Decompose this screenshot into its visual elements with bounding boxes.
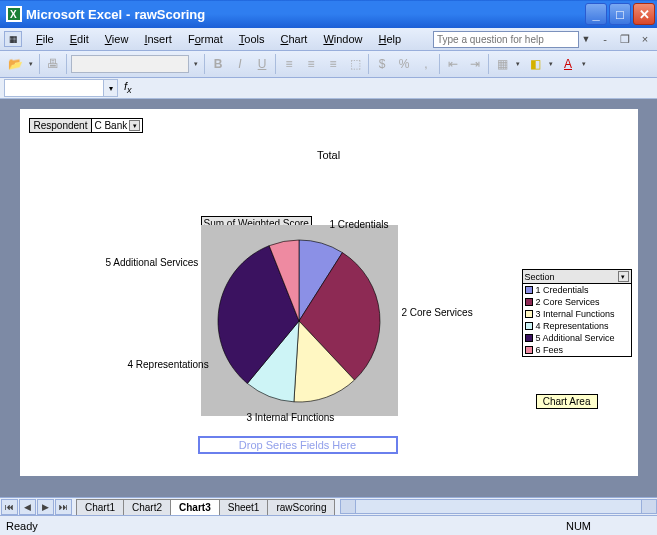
legend-swatch: [525, 286, 533, 294]
percent-icon[interactable]: %: [393, 53, 415, 75]
plot-area[interactable]: [201, 225, 398, 416]
font-color-icon[interactable]: A: [557, 53, 579, 75]
align-left-icon[interactable]: ≡: [278, 53, 300, 75]
menu-insert[interactable]: Insert: [136, 33, 180, 45]
legend-label: 2 Core Services: [536, 297, 600, 307]
help-search-input[interactable]: [433, 31, 579, 48]
app-name: Microsoft Excel: [26, 7, 122, 22]
borders-icon[interactable]: ▦: [491, 53, 513, 75]
legend-header[interactable]: Section ▾: [523, 270, 631, 284]
tab-chart1[interactable]: Chart1: [76, 499, 124, 515]
open-dropdown-icon[interactable]: ▾: [26, 60, 35, 68]
menu-window[interactable]: Window: [315, 33, 370, 45]
sheet-tab-bar: ⏮ ◀ ▶ ⏭ Chart1 Chart2 Chart3 Sheet1 rawS…: [0, 497, 657, 515]
italic-icon[interactable]: I: [229, 53, 251, 75]
status-bar: Ready NUM: [0, 515, 657, 535]
legend-dropdown-icon[interactable]: ▾: [618, 271, 629, 282]
legend-item[interactable]: 3 Internal Functions: [523, 308, 631, 320]
slice-label-2: 2 Core Services: [402, 307, 473, 318]
fill-color-icon[interactable]: ◧: [524, 53, 546, 75]
print-icon[interactable]: 🖶: [42, 53, 64, 75]
doc-name: rawScoring: [134, 7, 205, 22]
standard-toolbar: 📂▾ 🖶 ▾ B I U ≡ ≡ ≡ ⬚ $ % , ⇤ ⇥ ▦▾ ◧▾ A▾: [0, 51, 657, 78]
legend-label: 5 Additional Service: [536, 333, 615, 343]
menu-tools[interactable]: Tools: [231, 33, 273, 45]
legend-item[interactable]: 1 Credentials: [523, 284, 631, 296]
pivot-filter-label: Respondent: [29, 118, 93, 133]
workbook-close-button[interactable]: ×: [637, 32, 653, 46]
excel-icon: X: [6, 6, 22, 22]
slice-label-5: 5 Additional Services: [106, 257, 199, 268]
tab-nav-prev-icon[interactable]: ◀: [19, 499, 36, 515]
currency-icon[interactable]: $: [371, 53, 393, 75]
align-center-icon[interactable]: ≡: [300, 53, 322, 75]
name-box[interactable]: [4, 79, 104, 97]
font-dropdown-icon[interactable]: ▾: [191, 60, 200, 68]
menu-chart[interactable]: Chart: [272, 33, 315, 45]
formula-bar: ▾ fx: [0, 78, 657, 99]
increase-indent-icon[interactable]: ⇥: [464, 53, 486, 75]
name-box-dropdown-icon[interactable]: ▾: [104, 79, 118, 97]
tab-nav-first-icon[interactable]: ⏮: [1, 499, 18, 515]
window-title-bar: X Microsoft Excel - rawScoring _ □ ✕: [0, 0, 657, 28]
pie-chart[interactable]: [209, 231, 389, 411]
legend-swatch: [525, 334, 533, 342]
bold-icon[interactable]: B: [207, 53, 229, 75]
legend-label: 6 Fees: [536, 345, 564, 355]
open-icon[interactable]: 📂: [4, 53, 26, 75]
decrease-indent-icon[interactable]: ⇤: [442, 53, 464, 75]
horizontal-scrollbar[interactable]: [340, 499, 657, 514]
legend-item[interactable]: 2 Core Services: [523, 296, 631, 308]
drop-series-zone[interactable]: Drop Series Fields Here: [198, 436, 398, 454]
legend-swatch: [525, 322, 533, 330]
chart-sheet[interactable]: Respondent C Bank ▾ Total Sum of Weighte…: [20, 109, 638, 476]
tab-sheet1[interactable]: Sheet1: [219, 499, 269, 515]
slice-label-3: 3 Internal Functions: [247, 412, 335, 423]
help-dropdown-icon[interactable]: ▼: [579, 31, 593, 48]
tab-chart3[interactable]: Chart3: [170, 499, 220, 515]
window-maximize-button[interactable]: □: [609, 3, 631, 25]
menu-help[interactable]: Help: [371, 33, 410, 45]
fill-dropdown-icon[interactable]: ▾: [546, 60, 555, 68]
window-minimize-button[interactable]: _: [585, 3, 607, 25]
status-ready: Ready: [6, 520, 38, 532]
menu-view[interactable]: View: [97, 33, 137, 45]
slice-label-1: 1 Credentials: [330, 219, 389, 230]
pivot-page-field: Respondent C Bank ▾: [29, 118, 144, 133]
pivot-filter-value[interactable]: C Bank ▾: [92, 118, 143, 133]
pivot-filter-dropdown-icon[interactable]: ▾: [129, 120, 140, 131]
menu-edit[interactable]: Edit: [62, 33, 97, 45]
svg-text:X: X: [10, 9, 17, 20]
legend-label: 3 Internal Functions: [536, 309, 615, 319]
fontcolor-dropdown-icon[interactable]: ▾: [579, 60, 588, 68]
merge-center-icon[interactable]: ⬚: [344, 53, 366, 75]
window-close-button[interactable]: ✕: [633, 3, 655, 25]
tab-rawscoring[interactable]: rawScoring: [267, 499, 335, 515]
workspace: Respondent C Bank ▾ Total Sum of Weighte…: [0, 99, 657, 497]
workbook-control-icon[interactable]: ▦: [4, 31, 22, 47]
workbook-minimize-button[interactable]: -: [597, 32, 613, 46]
fx-icon[interactable]: fx: [124, 80, 132, 95]
legend[interactable]: Section ▾ 1 Credentials2 Core Services3 …: [522, 269, 632, 357]
tab-nav-last-icon[interactable]: ⏭: [55, 499, 72, 515]
chart-title[interactable]: Total: [20, 149, 638, 161]
legend-header-label: Section: [525, 272, 616, 282]
legend-swatch: [525, 310, 533, 318]
tab-chart2[interactable]: Chart2: [123, 499, 171, 515]
underline-icon[interactable]: U: [251, 53, 273, 75]
pivot-filter-value-text: C Bank: [94, 119, 127, 132]
borders-dropdown-icon[interactable]: ▾: [513, 60, 522, 68]
menu-file-label: ile: [43, 33, 54, 45]
font-name-selector[interactable]: [71, 55, 189, 73]
legend-label: 1 Credentials: [536, 285, 589, 295]
menu-format[interactable]: Format: [180, 33, 231, 45]
menu-file[interactable]: File: [28, 33, 62, 45]
legend-item[interactable]: 6 Fees: [523, 344, 631, 356]
legend-item[interactable]: 5 Additional Service: [523, 332, 631, 344]
tab-nav-next-icon[interactable]: ▶: [37, 499, 54, 515]
legend-item[interactable]: 4 Representations: [523, 320, 631, 332]
align-right-icon[interactable]: ≡: [322, 53, 344, 75]
comma-icon[interactable]: ,: [415, 53, 437, 75]
workbook-restore-button[interactable]: ❐: [617, 32, 633, 46]
legend-swatch: [525, 346, 533, 354]
